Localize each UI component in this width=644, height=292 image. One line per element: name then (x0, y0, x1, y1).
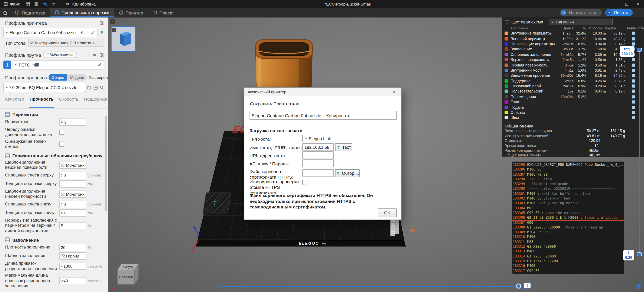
tab-project[interactable]: Проект (148, 8, 178, 17)
gcode-line[interactable]: 183308G1 Z229.6 F20000 ; Move print head… (512, 225, 624, 230)
bed-type-dropdown[interactable]: Текстурированная PEI пластина (28, 39, 104, 47)
visibility-checkbox[interactable] (632, 90, 635, 93)
setting-input[interactable]: 5 (59, 222, 86, 229)
visibility-checkbox[interactable] (632, 74, 635, 77)
spinner-arrows-icon[interactable] (61, 203, 62, 206)
cert-file-input[interactable] (302, 169, 334, 177)
visibility-checkbox[interactable] (632, 63, 635, 67)
setting-input[interactable]: 20 (59, 244, 86, 251)
gcode-line[interactable]: 183311M83 (512, 239, 624, 244)
layers-view-icon[interactable] (635, 283, 642, 290)
printer-settings-icon[interactable] (99, 21, 104, 26)
setting-spinner[interactable]: 3 (59, 172, 86, 179)
dialog-close-button[interactable]: × (391, 89, 398, 95)
gcode-line[interactable]: 183314G1 Y250 F20000 (512, 254, 624, 259)
visibility-checkbox[interactable] (632, 106, 635, 109)
pattern-dropdown[interactable]: Гироид (59, 252, 86, 260)
layer-slider-top-handle[interactable] (637, 48, 642, 52)
undo-button[interactable] (41, 0, 49, 8)
printer-name-input[interactable] (250, 111, 397, 120)
print-button[interactable]: Печать (605, 9, 633, 16)
setting-checkbox[interactable] (59, 142, 64, 147)
tab-speed[interactable]: Скорость (59, 96, 78, 108)
slice-dropdown-icon[interactable] (561, 10, 566, 15)
edit-printer-icon[interactable] (91, 30, 95, 35)
reset-preset-icon[interactable] (93, 85, 98, 90)
setting-dropdown[interactable]: 1000 (59, 262, 86, 270)
dialog-titlebar[interactable]: Физический принтер × (244, 88, 401, 96)
visibility-checkbox[interactable] (632, 111, 635, 114)
legend-collapse-icon[interactable] (504, 20, 509, 24)
gcode-line[interactable]: 183312G1 X202 F20000 (512, 244, 624, 249)
visibility-checkbox[interactable] (632, 42, 635, 46)
ok-button[interactable]: OK (378, 208, 397, 217)
home-button[interactable] (0, 8, 10, 17)
move-slider-track[interactable] (217, 285, 520, 287)
sidebar-scrollbar[interactable] (105, 116, 107, 211)
gcode-line[interactable]: 183300;===== date: 20250219 ============… (512, 186, 624, 191)
visibility-checkbox[interactable] (632, 95, 635, 99)
visibility-checkbox[interactable] (632, 100, 635, 104)
gcode-viewer[interactable]: 183295EXCLUDE_OBJECT_END NAME=ECC-Poop-B… (512, 162, 624, 274)
layer-slider-track[interactable] (639, 48, 640, 256)
search-icon[interactable] (100, 85, 104, 90)
visibility-checkbox[interactable] (632, 116, 635, 120)
scope-global-option[interactable]: Общие (48, 74, 67, 81)
file-menu[interactable]: Файл (0, 0, 24, 8)
api-key-input[interactable] (302, 159, 334, 167)
browse-button[interactable]: Обзор ... (335, 169, 360, 177)
filament-settings-icon[interactable] (99, 52, 104, 57)
add-filament-icon[interactable] (86, 53, 90, 57)
pattern-dropdown[interactable]: Монотонн... (59, 161, 86, 169)
setting-input[interactable]: 1 (59, 180, 86, 187)
slice-plate-button[interactable]: Нарезать стол (560, 9, 602, 16)
gcode-line[interactable]: 183315G1 Y264.5 F1200 (512, 259, 624, 264)
setting-spinner[interactable]: 3 (59, 201, 86, 208)
gcode-line[interactable]: 183317G92 E0 (512, 268, 624, 273)
visibility-checkbox[interactable] (632, 84, 635, 88)
gcode-line[interactable]: 183304M83 (512, 206, 624, 211)
gcode-line[interactable]: 183301M400 ; wait for buffer to clear (512, 191, 624, 196)
gcode-line[interactable]: 183305G92 E0 ; zero the extruder (512, 211, 624, 215)
visibility-checkbox[interactable] (632, 37, 635, 40)
printer-connection-icon[interactable] (99, 30, 104, 35)
calibration-menu[interactable]: Калибровка (62, 0, 99, 8)
save-preset-icon[interactable] (87, 85, 92, 90)
tab-printer[interactable]: Принтер (114, 8, 148, 17)
test-connection-button[interactable]: Тест (335, 143, 352, 151)
edit-filament-icon[interactable] (98, 63, 102, 67)
gcode-line[interactable]: 183310M400 (512, 235, 624, 239)
process-profile-dropdown[interactable]: * 0.20mm BQ Elegoo CC 0.4 nozzle (4, 83, 85, 92)
tab-strength[interactable]: Прочность (30, 96, 54, 108)
gcode-line[interactable]: 183313M400 (512, 249, 624, 254)
ignore-revoke-checkbox[interactable] (302, 180, 308, 185)
sidebar-collapse-button[interactable]: ‹ (110, 19, 115, 24)
gcode-line[interactable]: 183299; filament end gcode (512, 182, 624, 186)
filament-index-chip[interactable]: 1 (4, 61, 11, 69)
gcode-line[interactable]: 183303M106 S255 ;Cooling nozzle (512, 201, 624, 206)
gcode-line[interactable]: 183309M204 S5000 (512, 230, 624, 235)
gcode-line[interactable]: 183306G2 I1 J0 Z180.1 E-1 F3000 ; lower … (512, 215, 624, 220)
spinner-arrows-icon[interactable] (61, 120, 62, 124)
plate-thumbnail[interactable]: 1 (111, 27, 136, 52)
view-cube[interactable]: Сверху Спереди (118, 264, 138, 284)
setting-input[interactable]: 0.6 (59, 209, 86, 216)
view-cube-top-label[interactable]: Сверху (122, 265, 135, 269)
gcode-line[interactable]: 183297M106 P2 S0 (512, 172, 624, 177)
spinner-arrows-icon[interactable] (61, 174, 62, 177)
host-type-dropdown[interactable]: Elegoo Link (302, 135, 336, 142)
view-cube-front-label[interactable]: Спереди (119, 275, 133, 279)
printer-profile-dropdown[interactable]: Elegoo Centauri Carbon 0.4 nozzle – Копи… (4, 28, 98, 37)
visibility-checkbox[interactable] (632, 79, 635, 83)
visibility-checkbox[interactable] (632, 69, 635, 72)
view-type-dropdown[interactable]: Тип линии (548, 19, 612, 25)
redo-button[interactable] (49, 0, 58, 8)
scope-objects-option[interactable]: Модели (67, 74, 87, 81)
purge-volume-button[interactable]: Объём очистки (43, 52, 77, 58)
setting-dropdown[interactable]: 40 (59, 277, 86, 284)
gcode-line[interactable]: 183295EXCLUDE_OBJECT_END NAME=ECC-Poop-B… (512, 162, 624, 167)
visibility-checkbox[interactable] (632, 58, 635, 61)
host-url-input[interactable] (302, 151, 334, 159)
setting-spinner[interactable]: 3 (59, 118, 86, 126)
hostname-input[interactable] (302, 143, 334, 151)
